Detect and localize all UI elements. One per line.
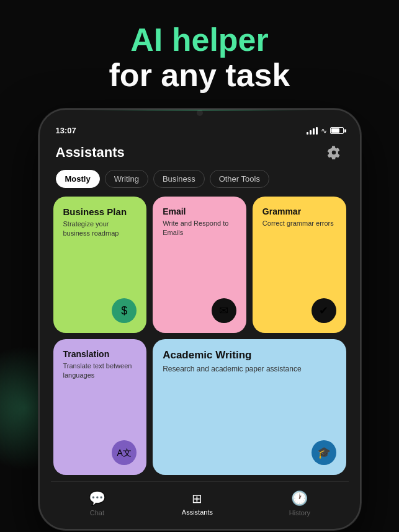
filter-tabs: Mostly Writing Business Other Tools — [51, 170, 349, 197]
assistants-icon: ⊞ — [192, 491, 202, 506]
academic-title: Academic Writing — [163, 349, 336, 361]
tab-mostly[interactable]: Mostly — [56, 170, 100, 188]
bottom-nav: 💬 Chat ⊞ Assistants 🕐 History — [51, 481, 349, 529]
wifi-icon: ∿ — [321, 126, 327, 135]
hero-title-line1: AI helper — [12, 22, 387, 58]
tab-other-tools[interactable]: Other Tools — [210, 170, 269, 188]
email-desc: Write and Respond to Emails — [163, 219, 236, 238]
translation-icon-wrapper: A文 — [112, 440, 137, 465]
hero-title-line2: for any task — [12, 58, 387, 93]
nav-assistants[interactable]: ⊞ Assistants — [182, 491, 213, 516]
phone-frame: 13:07 ∿ Assistants — [38, 109, 361, 530]
cards-grid: Business Plan Strategize your business r… — [51, 197, 349, 475]
settings-button[interactable] — [324, 143, 344, 162]
app-title: Assistants — [56, 144, 125, 161]
card-grammar[interactable]: Grammar Correct grammar errors ✔ — [253, 197, 346, 333]
card-translation[interactable]: Translation Translate text between langu… — [53, 339, 147, 476]
card-email[interactable]: Email Write and Respond to Emails ✉ — [153, 197, 246, 333]
email-title: Email — [163, 206, 236, 216]
chat-icon: 💬 — [89, 490, 105, 507]
hero-section: AI helper for any task — [0, 0, 399, 105]
email-icon-wrapper: ✉ — [212, 298, 236, 323]
app-header: Assistants — [51, 139, 349, 170]
status-time: 13:07 — [56, 126, 76, 135]
phone-mockup: 13:07 ∿ Assistants — [38, 109, 361, 530]
signal-icon — [307, 127, 318, 135]
grammar-desc: Correct grammar errors — [262, 219, 336, 228]
nav-assistants-label: Assistants — [182, 508, 213, 516]
business-plan-title: Business Plan — [63, 206, 137, 217]
business-plan-icon-wrapper: $ — [112, 298, 137, 323]
academic-desc: Research and academic paper assistance — [163, 364, 336, 375]
business-plan-desc: Strategize your business roadmap — [63, 219, 137, 239]
gear-icon — [327, 146, 341, 159]
envelope-icon: ✉ — [219, 305, 228, 316]
academic-icon-wrapper: 🎓 — [312, 440, 336, 465]
dollar-icon: $ — [121, 305, 127, 316]
nav-chat-label: Chat — [90, 509, 104, 516]
nav-chat[interactable]: 💬 Chat — [89, 490, 105, 516]
card-academic-writing[interactable]: Academic Writing Research and academic p… — [153, 339, 346, 476]
status-bar: 13:07 ∿ — [51, 117, 349, 139]
tab-writing[interactable]: Writing — [105, 170, 148, 188]
card-business-plan[interactable]: Business Plan Strategize your business r… — [53, 197, 147, 333]
graduation-icon: 🎓 — [317, 447, 331, 458]
translate-icon: A文 — [117, 448, 131, 457]
status-icons: ∿ — [307, 126, 344, 135]
camera-notch — [197, 110, 203, 116]
battery-icon — [330, 127, 344, 134]
translation-desc: Translate text between languages — [63, 361, 137, 381]
grammar-icon-wrapper: ✔ — [312, 298, 336, 323]
tab-business[interactable]: Business — [153, 170, 205, 188]
phone-inner: 13:07 ∿ Assistants — [40, 110, 360, 529]
history-icon: 🕐 — [291, 490, 308, 507]
nav-history[interactable]: 🕐 History — [289, 490, 310, 516]
checkmark-icon: ✔ — [319, 305, 328, 316]
translation-title: Translation — [63, 349, 137, 359]
nav-history-label: History — [289, 509, 310, 516]
grammar-title: Grammar — [262, 206, 336, 216]
